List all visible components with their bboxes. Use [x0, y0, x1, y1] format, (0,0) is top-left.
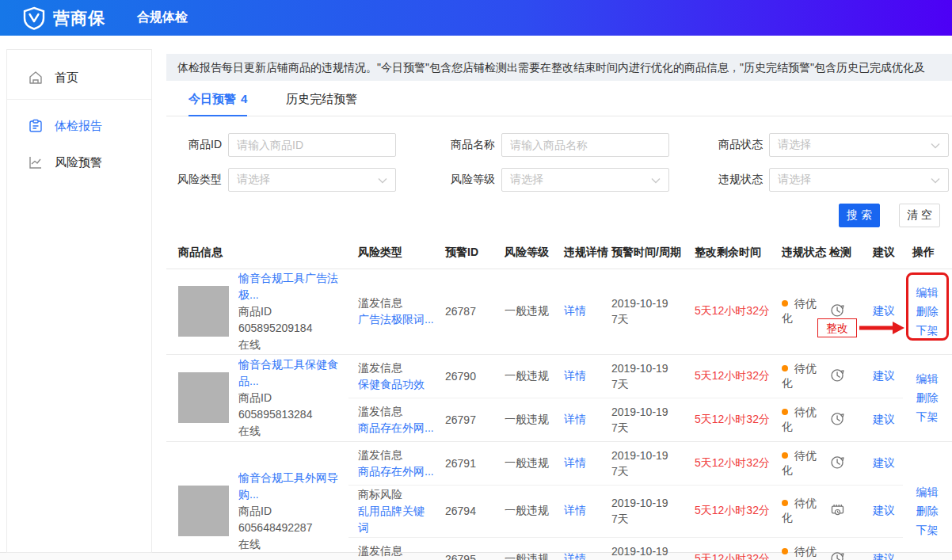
risk-type-select[interactable]: 请选择 [228, 168, 396, 192]
risk-detail-link[interactable]: 商品存在外网... [358, 465, 434, 478]
warning-time-cell: 2019-10-19 7天 [602, 354, 685, 398]
suggestion-link[interactable]: 建议 [873, 456, 895, 469]
violation-detail-link[interactable]: 详情 [564, 369, 586, 382]
sidebar-item-home[interactable]: 首页 [7, 59, 151, 96]
filter-label-product-status: 商品状态 [707, 138, 763, 152]
product-title-link[interactable]: 愉音合规工具保健食品... [238, 358, 338, 387]
brand: 营商保 [22, 6, 105, 30]
delete-link[interactable]: 删除 [903, 388, 951, 407]
violation-status-cell: 待优化 [772, 537, 820, 560]
unpublish-link[interactable]: 下架 [903, 407, 951, 426]
filter-label-risk-type: 风险类型 [166, 173, 222, 187]
tab-count-badge: 4 [241, 92, 247, 105]
warning-id-cell: 26795 [436, 537, 495, 560]
filter-label-product-name: 商品名称 [440, 138, 495, 152]
product-title-link[interactable]: 愉音合规工具外网导购... [238, 471, 338, 501]
clock-history-icon[interactable] [829, 417, 846, 429]
clock-history-icon[interactable] [829, 373, 846, 386]
product-name-input[interactable] [501, 133, 669, 157]
search-button[interactable]: 搜 索 [839, 204, 880, 227]
risk-detail-link[interactable]: 保健食品功效 [358, 378, 425, 390]
suggestion-link[interactable]: 建议 [873, 369, 895, 382]
sidebar: 首页 体检报告 [6, 49, 152, 553]
tab-today-warnings[interactable]: 今日预警4 [188, 89, 247, 116]
product-status: 在线 [238, 423, 348, 440]
violation-status-cell: 待优化 [772, 398, 820, 441]
edit-link[interactable]: 编辑 [903, 482, 951, 501]
detect-cell [820, 485, 863, 537]
violation-detail-link[interactable]: 详情 [564, 456, 586, 469]
violation-status-cell: 待优化 [772, 441, 820, 485]
clear-button[interactable]: 清 空 [899, 204, 940, 227]
shield-check-logo-icon [22, 6, 46, 30]
risk-level-cell: 一般违规 [495, 485, 554, 537]
filter-label-risk-level: 风险等级 [440, 173, 495, 187]
filter-label-violation-status: 违规状态 [707, 173, 763, 187]
suggestion-link[interactable]: 建议 [873, 413, 895, 425]
chevron-down-icon [378, 173, 387, 187]
warning-id-cell: 26790 [436, 354, 495, 398]
status-dot [782, 452, 788, 459]
product-id-input[interactable] [228, 133, 396, 157]
unpublish-link[interactable]: 下架 [903, 321, 951, 340]
product-cell: 愉音合规工具保健食品... 商品ID 605895813284 在线 [166, 354, 348, 441]
clock-history-icon[interactable] [829, 460, 846, 473]
operations-cell: 编辑 删除 下架 [903, 441, 952, 560]
unpublish-link[interactable]: 下架 [903, 520, 951, 539]
violation-status-select[interactable]: 请选择 [769, 168, 949, 192]
delete-link[interactable]: 删除 [903, 501, 951, 520]
risk-detail-link[interactable]: 乱用品牌关键词 [358, 505, 425, 534]
product-cell: 愉音合规工具外网导购... 商品ID 605648492287 在线 [166, 441, 348, 560]
risk-type-cell: 滥发信息 保健食品功效 [348, 537, 436, 560]
risk-detail-link[interactable]: 商品存在外网... [358, 421, 434, 434]
violation-detail-link[interactable]: 详情 [564, 304, 586, 317]
violation-detail-link[interactable]: 详情 [564, 504, 586, 516]
violation-detail-link[interactable]: 详情 [564, 552, 586, 560]
risk-level-cell: 一般违规 [495, 441, 554, 485]
tab-history-warnings[interactable]: 历史完结预警 [286, 89, 357, 116]
edit-link[interactable]: 编辑 [903, 283, 951, 302]
main-content: 体检报告每日更新店铺商品的违规情况。"今日预警"包含您店铺检测出需要在整改结束时… [166, 36, 952, 560]
product-title-link[interactable]: 愉音合规工具广告法极... [238, 272, 338, 301]
product-image [178, 286, 229, 337]
detect-cell [820, 537, 863, 560]
sidebar-item-label: 体检报告 [55, 119, 102, 134]
product-id: 商品ID 605648492287 [238, 503, 348, 536]
remaining-time: 5天12小时32分 [695, 552, 770, 560]
brand-name: 营商保 [53, 7, 105, 29]
product-status-select[interactable]: 请选择 [769, 133, 949, 157]
status-dot [782, 300, 788, 307]
delete-link[interactable]: 删除 [903, 302, 951, 321]
page-background: 营商保 合规体检 首页 [0, 0, 952, 553]
violation-status-cell: 待优化 [772, 485, 820, 537]
product-image [178, 372, 229, 423]
clock-history-icon[interactable] [829, 556, 846, 560]
edit-link[interactable]: 编辑 [903, 369, 951, 388]
chevron-down-icon [931, 138, 940, 152]
chevron-down-icon [931, 173, 940, 187]
warning-time-cell: 2019-10-19 7天 [602, 485, 685, 537]
filter-actions: 搜 索 清 空 [166, 204, 952, 227]
warning-time-cell: 2019-10-19 7天 [602, 441, 685, 485]
filter-row-1: 商品ID 商品名称 商品状态 请选择 [166, 133, 952, 157]
violation-detail-link[interactable]: 详情 [564, 413, 586, 425]
annotation-label: 整改 [817, 318, 857, 337]
suggestion-link[interactable]: 建议 [873, 304, 895, 317]
clipboard-report-icon [28, 118, 44, 134]
sidebar-item-risk-warning[interactable]: 风险预警 [7, 144, 151, 181]
risk-detail-link[interactable]: 广告法极限词... [358, 313, 434, 326]
calendar-clock-icon[interactable] [829, 508, 846, 520]
risk-type-cell: 滥发信息 商品存在外网... [348, 398, 436, 441]
table-row: 愉音合规工具保健食品... 商品ID 605895813284 在线 滥发信息 … [166, 354, 952, 398]
risk-level-select[interactable]: 请选择 [501, 168, 669, 192]
warning-id-cell: 26787 [436, 269, 495, 354]
remaining-time: 5天12小时32分 [695, 369, 770, 382]
detect-cell [820, 354, 863, 398]
risk-type-cell: 滥发信息 广告法极限词... [348, 269, 436, 354]
filter-label-product-id: 商品ID [166, 138, 222, 152]
suggestion-link[interactable]: 建议 [873, 504, 895, 516]
sidebar-item-label: 首页 [55, 70, 78, 86]
product-image [178, 486, 229, 536]
sidebar-item-report[interactable]: 体检报告 [7, 108, 151, 144]
suggestion-link[interactable]: 建议 [873, 552, 895, 560]
